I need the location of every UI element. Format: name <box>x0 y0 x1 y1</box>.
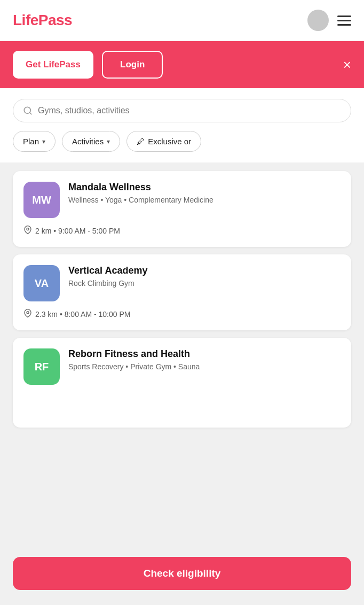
check-eligibility-button[interactable]: Check eligibility <box>13 557 351 590</box>
activities-filter-button[interactable]: Activities ▾ <box>62 131 120 152</box>
venue-card-top: VA Vertical Academy Rock Climbing Gym <box>23 265 341 301</box>
svg-line-1 <box>29 112 31 114</box>
venue-card-top: RF Reborn Fitness and Health Sports Reco… <box>23 348 341 385</box>
avatar[interactable] <box>307 10 329 31</box>
venue-distance-hours: 2.3 km • 8:00 AM - 10:00 PM <box>35 310 130 319</box>
activities-filter-label: Activities <box>72 137 104 146</box>
venue-distance-hours: 2 km • 9:00 AM - 5:00 PM <box>35 227 120 235</box>
venue-card-vertical-academy[interactable]: VA Vertical Academy Rock Climbing Gym 2.… <box>13 254 351 330</box>
plan-filter-button[interactable]: Plan ▾ <box>13 131 56 152</box>
search-icon <box>23 106 33 115</box>
exclusive-filter-label: Exclusive or <box>148 137 191 146</box>
check-eligibility-bar: Check eligibility <box>0 550 364 605</box>
svg-point-3 <box>27 312 29 314</box>
venue-info-mandala: Mandala Wellness Wellness • Yoga • Compl… <box>68 182 213 206</box>
venue-card-top: MW Mandala Wellness Wellness • Yoga • Co… <box>23 182 341 218</box>
venue-name: Vertical Academy <box>68 265 147 276</box>
plan-chevron-icon: ▾ <box>42 138 45 145</box>
venue-tags: Wellness • Yoga • Complementary Medicine <box>68 195 213 206</box>
venue-name: Mandala Wellness <box>68 182 213 193</box>
venue-logo-va: VA <box>23 265 60 301</box>
login-button[interactable]: Login <box>102 51 163 79</box>
activities-chevron-icon: ▾ <box>107 138 110 145</box>
venue-info-reborn: Reborn Fitness and Health Sports Recover… <box>68 348 200 373</box>
header: LifePass <box>0 0 364 41</box>
search-section <box>0 88 364 122</box>
app-logo: LifePass <box>13 12 72 29</box>
venue-tags: Rock Climbing Gym <box>68 278 147 289</box>
leaf-icon: 🖊 <box>137 137 145 146</box>
venue-logo-rf: RF <box>23 348 60 385</box>
venue-info-vertical: Vertical Academy Rock Climbing Gym <box>68 265 147 289</box>
venue-tags: Sports Recovery • Private Gym • Sauna <box>68 362 200 373</box>
venue-name: Reborn Fitness and Health <box>68 348 200 360</box>
venue-card-mandala-wellness[interactable]: MW Mandala Wellness Wellness • Yoga • Co… <box>13 171 351 247</box>
get-lifepass-button[interactable]: Get LifePass <box>13 51 93 79</box>
exclusive-filter-button[interactable]: 🖊 Exclusive or <box>126 131 201 152</box>
search-bar <box>13 99 351 122</box>
close-banner-icon[interactable]: × <box>343 58 351 72</box>
search-input[interactable] <box>38 106 341 115</box>
filters-bar: Plan ▾ Activities ▾ 🖊 Exclusive or <box>0 122 364 162</box>
hamburger-menu-icon[interactable] <box>337 15 351 26</box>
svg-point-2 <box>27 228 29 230</box>
promo-banner: Get LifePass Login × <box>0 41 364 88</box>
venue-meta-vertical: 2.3 km • 8:00 AM - 10:00 PM <box>23 309 341 320</box>
location-pin-icon <box>23 226 32 236</box>
venue-meta-mandala: 2 km • 9:00 AM - 5:00 PM <box>23 226 341 236</box>
venue-logo-mw: MW <box>23 182 60 218</box>
app-wrapper: LifePass Get LifePass Login × <box>0 0 364 436</box>
plan-filter-label: Plan <box>23 137 39 146</box>
header-right <box>307 10 351 31</box>
venues-list: MW Mandala Wellness Wellness • Yoga • Co… <box>0 162 364 436</box>
venue-card-reborn-fitness[interactable]: RF Reborn Fitness and Health Sports Reco… <box>13 338 351 428</box>
location-pin-icon <box>23 309 32 320</box>
